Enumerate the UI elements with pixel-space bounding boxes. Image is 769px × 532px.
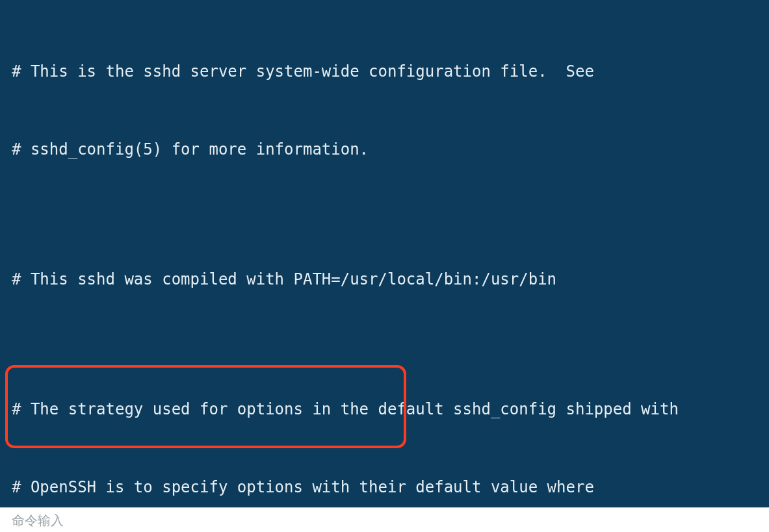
command-input-placeholder: 命令输入 bbox=[12, 507, 64, 533]
terminal-viewport[interactable]: # This is the sshd server system-wide co… bbox=[0, 0, 769, 532]
config-line: # The strategy used for options in the d… bbox=[12, 396, 769, 422]
config-line: # This is the sshd server system-wide co… bbox=[12, 58, 769, 84]
command-input-bar[interactable]: 命令输入 bbox=[0, 507, 769, 532]
config-line: # OpenSSH is to specify options with the… bbox=[12, 474, 769, 500]
config-line: # sshd_config(5) for more information. bbox=[12, 136, 769, 162]
config-line: # This sshd was compiled with PATH=/usr/… bbox=[12, 266, 769, 292]
